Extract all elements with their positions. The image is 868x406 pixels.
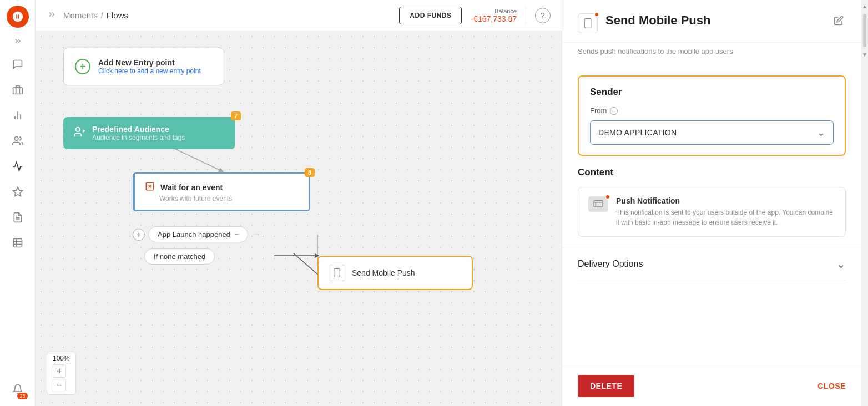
from-label: From i [590,106,834,115]
panel-title: Send Mobile Push [605,13,824,28]
svg-point-15 [76,128,80,131]
push-notif-desc: This notification is sent to your users … [616,207,835,227]
delivery-options-header[interactable]: Delivery Options ⌄ [578,257,846,271]
canvas-connectors [36,31,562,406]
panel-bottom-divider [578,280,846,280]
app-logo[interactable] [7,6,29,28]
svg-rect-23 [594,201,603,207]
sidebar: 25 [0,0,36,406]
event-minus-btn[interactable]: − [235,230,239,238]
zoom-control: 100% + − [47,352,76,395]
delivery-section: Delivery Options ⌄ [562,248,861,280]
topbar-right: ADD FUNDS Balance -€167,733.97 ? [399,7,551,24]
svg-rect-20 [334,269,340,277]
zoom-out-btn[interactable]: − [53,379,66,392]
sender-select[interactable]: DEMO APPLICATION ⌄ [590,120,834,145]
send-push-canvas-node[interactable]: Send Mobile Push [317,256,473,290]
wait-subtitle: Works with future events [159,195,299,202]
balance-label: Balance [494,8,517,14]
push-notif-title: Push Notification [616,196,835,205]
from-text: From [590,106,607,115]
scroll-thumb[interactable] [863,14,866,47]
sidebar-item-reports[interactable] [7,206,29,229]
topbar-divider [526,7,526,24]
breadcrumb: Moments / Flows [63,11,128,20]
sidebar-item-campaigns[interactable] [7,79,29,101]
breadcrumb-current: Flows [107,11,128,20]
balance-section: Balance -€167,733.97 [471,8,517,23]
svg-line-14 [294,253,319,275]
vertical-scrollbar[interactable]: ▲ ▼ [861,0,868,406]
svg-rect-8 [13,239,22,247]
none-matched-node[interactable]: If none matched [144,248,215,265]
predefined-title: Predefined Audience [92,125,185,134]
predefined-badge: 7 [231,111,241,120]
notification-badge: 25 [17,393,27,399]
delivery-chevron-icon: ⌄ [836,257,846,271]
panel-actions: DELETE CLOSE [562,366,861,406]
wait-title: Wait for an event [160,183,223,192]
svg-marker-5 [13,187,22,196]
sidebar-item-templates[interactable] [7,181,29,203]
sidebar-item-notifications[interactable]: 25 [7,378,29,400]
push-notification-card[interactable]: Push Notification This notification is s… [578,187,846,237]
sender-title: Sender [590,87,834,98]
sidebar-item-table[interactable] [7,232,29,254]
panel-header: Send Mobile Push [562,0,861,43]
send-push-canvas-title: Send Mobile Push [352,268,415,277]
sidebar-item-flows[interactable] [7,155,29,177]
breadcrumb-separator: / [101,11,103,20]
sender-section: Sender From i DEMO APPLICATION ⌄ [562,64,861,167]
scroll-up-btn[interactable]: ▲ [861,2,868,11]
none-matched-label: If none matched [154,252,205,261]
topbar-expand-btn[interactable] [47,9,57,22]
delete-button[interactable]: DELETE [578,375,634,397]
add-entry-title: Add New Entry point [98,58,201,67]
panel-icon-dot [594,12,599,17]
wait-icon [145,181,155,194]
sender-select-chevron: ⌄ [817,126,825,139]
predefined-subtitle: Audience in segments and tags [92,134,185,141]
sidebar-item-messages[interactable] [7,53,29,75]
delivery-title: Delivery Options [578,259,643,269]
flow-canvas: + Add New Entry point Click here to add … [36,31,562,406]
push-icon-wrapper [588,196,608,212]
main-content: Moments / Flows ADD FUNDS Balance -€167,… [36,0,562,406]
predefined-icon [73,126,85,140]
breadcrumb-parent[interactable]: Moments [63,11,98,20]
add-funds-button[interactable]: ADD FUNDS [399,7,462,24]
content-title: Content [578,167,846,178]
event-add-btn[interactable]: + [133,229,145,241]
wait-event-node[interactable]: 8 Wait for an event Works with future ev… [133,172,310,211]
content-section: Content Push Notification This notificat… [562,167,861,248]
add-entry-icon: + [75,59,90,74]
event-arrow: → [251,230,260,240]
zoom-level: 100% [53,354,70,362]
panel-node-icon [578,13,598,33]
from-info-icon[interactable]: i [610,107,618,115]
panel-subtitle: Sends push notifications to the mobile a… [562,43,861,64]
sidebar-item-analytics[interactable] [7,104,29,126]
sidebar-item-audience[interactable] [7,130,29,152]
panel-edit-btn[interactable] [831,13,846,31]
predefined-audience-node[interactable]: 7 Predefined Audience Audience in segmen… [63,117,235,149]
sender-select-value: DEMO APPLICATION [598,128,677,137]
add-entry-node[interactable]: + Add New Entry point Click here to add … [63,48,224,85]
scroll-down-btn[interactable]: ▼ [861,50,868,59]
right-panel: Send Mobile Push Sends push notification… [562,0,861,406]
close-button[interactable]: CLOSE [817,382,846,390]
sender-box: Sender From i DEMO APPLICATION ⌄ [578,75,846,156]
balance-amount: -€167,733.97 [471,14,517,23]
svg-rect-0 [13,88,22,94]
wait-badge: 8 [305,168,315,177]
zoom-in-btn[interactable]: + [53,364,66,378]
svg-point-4 [14,137,18,141]
svg-rect-22 [584,19,591,28]
event-pill-row: + App Launch happened − → [133,226,260,242]
help-button[interactable]: ? [535,8,551,23]
sidebar-expand-btn[interactable] [13,37,22,48]
push-icon-dot [605,194,610,200]
event-pill[interactable]: App Launch happened − [148,226,248,242]
send-push-canvas-icon [329,265,345,281]
event-pill-label: App Launch happened [158,230,230,238]
